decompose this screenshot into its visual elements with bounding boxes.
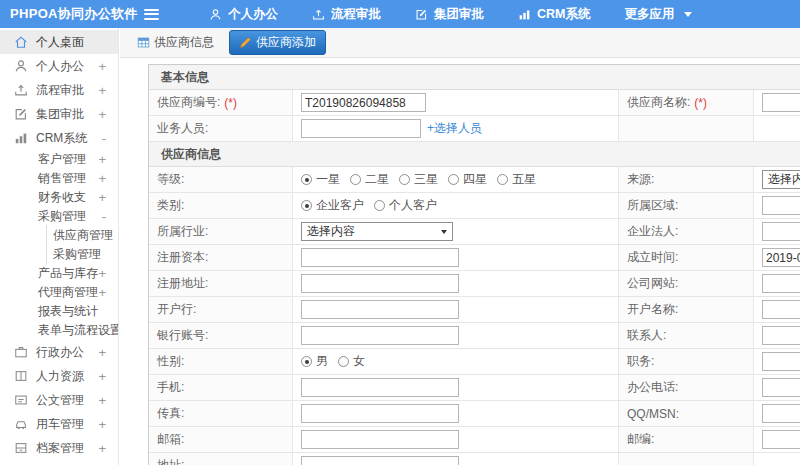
expand-toggle[interactable]: +: [98, 172, 106, 185]
gender-option-0[interactable]: 男: [301, 353, 328, 370]
expand-toggle[interactable]: +: [98, 60, 106, 73]
contact-person-input[interactable]: [762, 326, 800, 345]
radio-icon[interactable]: [301, 356, 312, 367]
topnav-process-approval[interactable]: 流程审批: [312, 6, 381, 23]
legal-person-input[interactable]: [762, 222, 800, 241]
radio-icon[interactable]: [497, 174, 508, 185]
category-option-1[interactable]: 个人客户: [374, 197, 437, 214]
radio-icon[interactable]: [448, 174, 459, 185]
expand-toggle[interactable]: +: [98, 442, 106, 455]
expand-toggle[interactable]: +: [98, 394, 106, 407]
radio-icon[interactable]: [399, 174, 410, 185]
industry-select[interactable]: 选择内容: [301, 222, 453, 241]
tab-strip: 供应商信息 供应商添加: [120, 28, 800, 58]
supplier-code-input[interactable]: [301, 93, 426, 112]
sidebar-item-personal-desktop[interactable]: 个人桌面: [0, 30, 118, 54]
radio-icon[interactable]: [338, 356, 349, 367]
expand-toggle[interactable]: +: [98, 108, 106, 121]
field-label-cell: 来源:: [619, 167, 754, 192]
field-cell: [293, 323, 619, 348]
expand-toggle[interactable]: +: [98, 370, 106, 383]
expand-toggle[interactable]: +: [98, 84, 106, 97]
gender-option-1[interactable]: 女: [338, 353, 365, 370]
bank-input[interactable]: [301, 300, 459, 319]
registered-address-input[interactable]: [301, 274, 459, 293]
sidebar-item-form-flow-settings[interactable]: 表单与流程设置+: [0, 321, 118, 340]
level-option-2[interactable]: 三星: [399, 171, 438, 188]
sidebar-item-label: 个人桌面: [36, 34, 84, 51]
sidebar-item-human-resources[interactable]: 人力资源+: [0, 364, 118, 388]
sidebar-item-personal-office[interactable]: 个人办公+: [0, 54, 118, 78]
sidebar-item-sales-mgmt[interactable]: 销售管理+: [0, 169, 118, 188]
topnav-crm-system[interactable]: CRM系统: [518, 6, 590, 23]
office-phone-input[interactable]: [762, 378, 800, 397]
sidebar-item-customer-mgmt[interactable]: 客户管理+: [0, 150, 118, 169]
mobile-input[interactable]: [301, 378, 459, 397]
expand-toggle[interactable]: +: [98, 153, 106, 166]
sidebar-item-purchase-mgmt[interactable]: 采购管理-: [0, 207, 118, 226]
category-option-0[interactable]: 企业客户: [301, 197, 364, 214]
expand-toggle[interactable]: +: [98, 267, 106, 280]
sidebar-item-crm-system[interactable]: CRM系统-: [0, 126, 118, 150]
sidebar-item-admin-office[interactable]: 行政办公+: [0, 340, 118, 364]
business-staff-input[interactable]: [301, 119, 421, 138]
source-select[interactable]: 选择内容: [762, 170, 800, 189]
expand-toggle[interactable]: +: [98, 286, 106, 299]
upload-icon: [14, 83, 28, 97]
field-label-bank: 开户行:: [157, 301, 196, 318]
radio-icon[interactable]: [374, 200, 385, 211]
region-input[interactable]: [762, 196, 800, 215]
expand-toggle[interactable]: -: [102, 210, 106, 223]
radio-icon[interactable]: [301, 200, 312, 211]
bank-account-input[interactable]: [301, 326, 459, 345]
level-option-3[interactable]: 四星: [448, 171, 487, 188]
sidebar-item-agent-mgmt[interactable]: 代理商管理+: [0, 283, 118, 302]
topnav-group-approval[interactable]: 集团审批: [415, 6, 484, 23]
sidebar-item-supplier-mgmt[interactable]: 供应商管理: [0, 226, 118, 245]
topnav-more-apps[interactable]: 更多应用: [624, 6, 692, 23]
level-option-0[interactable]: 一星: [301, 171, 340, 188]
position-input[interactable]: [762, 352, 800, 371]
expand-toggle[interactable]: +: [98, 346, 106, 359]
radio-icon[interactable]: [301, 174, 312, 185]
tab-supplier-info[interactable]: 供应商信息: [132, 31, 219, 54]
form-row: 类别:企业客户个人客户所属区域:: [149, 193, 800, 219]
sidebar-item-purchasing-mgmt[interactable]: 采购管理: [0, 245, 118, 264]
level-option-4[interactable]: 五星: [497, 171, 536, 188]
tab-supplier-add[interactable]: 供应商添加: [229, 30, 326, 55]
sidebar-item-finance-mgmt[interactable]: 财务收支+: [0, 188, 118, 207]
qq-msn-input[interactable]: [762, 404, 800, 423]
zip-code-input[interactable]: [762, 430, 800, 449]
fax-input[interactable]: [301, 404, 459, 423]
company-website-input[interactable]: [762, 274, 800, 293]
established-date-input[interactable]: [762, 248, 800, 267]
sidebar-item-reports-stats[interactable]: 报表与统计: [0, 302, 118, 321]
expand-toggle[interactable]: +: [98, 418, 106, 431]
sidebar-item-process-approval[interactable]: 流程审批+: [0, 78, 118, 102]
address-input[interactable]: [301, 456, 459, 465]
field-label-account-name: 开户名称:: [627, 301, 678, 318]
sidebar-item-group-approval[interactable]: 集团审批+: [0, 102, 118, 126]
account-name-input[interactable]: [762, 300, 800, 319]
field-cell: [293, 401, 619, 426]
menu-toggle-icon[interactable]: [144, 9, 159, 20]
field-cell: 一星二星三星四星五星: [293, 167, 619, 192]
topnav-personal-office[interactable]: 个人办公: [209, 6, 278, 23]
expand-toggle[interactable]: -: [102, 132, 106, 145]
sidebar-item-product-inventory[interactable]: 产品与库存+: [0, 264, 118, 283]
form-row: 邮箱:邮编:: [149, 427, 800, 453]
form-row: 业务人员:+选择人员: [149, 116, 800, 142]
table-icon: [137, 36, 150, 49]
pencil-icon: [239, 36, 252, 49]
level-option-1[interactable]: 二星: [350, 171, 389, 188]
field-label-supplier-name: 供应商名称:: [627, 94, 690, 111]
sidebar-item-document-mgmt[interactable]: 公文管理+: [0, 388, 118, 412]
registered-capital-input[interactable]: [301, 248, 459, 267]
sidebar-item-archive-mgmt[interactable]: 档案管理+: [0, 436, 118, 460]
select-person-link[interactable]: +选择人员: [427, 120, 482, 137]
radio-icon[interactable]: [350, 174, 361, 185]
supplier-name-input[interactable]: [762, 93, 800, 112]
sidebar-item-vehicle-mgmt[interactable]: 用车管理+: [0, 412, 118, 436]
expand-toggle[interactable]: +: [98, 191, 106, 204]
email-input[interactable]: [301, 430, 459, 449]
